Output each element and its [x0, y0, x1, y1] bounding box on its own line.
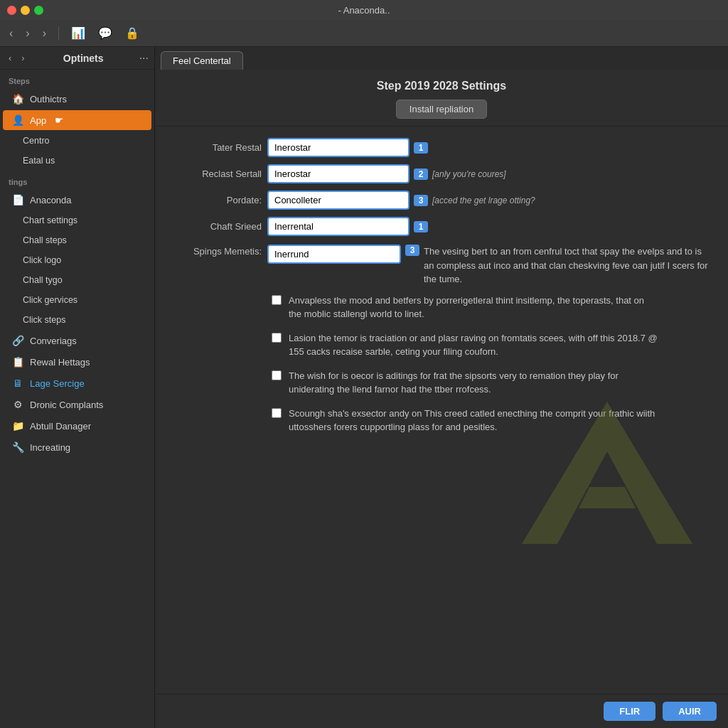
checkbox-3[interactable]	[272, 370, 282, 380]
chaft-badge: 1	[414, 221, 428, 232]
sidebar-item-rewal-hettags[interactable]: 📋 Rewal Hettags	[3, 352, 151, 372]
content-area: Feel Centertal Step 2019 2028 Settings I…	[155, 47, 728, 728]
rewal-icon: 📋	[11, 356, 24, 368]
pordate-label: Pordate:	[169, 195, 262, 205]
pordate-hint: [acced the get lrage otting?	[432, 196, 535, 205]
message-icon-button[interactable]: 💬	[95, 25, 116, 41]
chaft-input[interactable]	[267, 217, 410, 236]
sidebar-item-increating[interactable]: 🔧 Increating	[3, 437, 151, 457]
spings-row: Spings Memetis: 3 The vesing bert to an …	[169, 245, 714, 287]
sidebar-steps-label: Steps	[0, 70, 154, 88]
back-button[interactable]: ‹	[6, 26, 16, 41]
sidebar-item-label: Chall tygo	[23, 275, 63, 285]
sidebar-item-label: Click steps	[23, 315, 65, 325]
main-layout: ‹ › Optinets ··· Steps 🏠 Outhictrs 👤 App…	[0, 47, 728, 728]
spings-section: Spings Memetis: 3 The vesing bert to an …	[169, 245, 714, 287]
lage-icon: 🖥	[11, 378, 24, 389]
sidebar: ‹ › Optinets ··· Steps 🏠 Outhictrs 👤 App…	[0, 47, 155, 728]
sidebar-item-chall-steps[interactable]: Chall steps	[3, 231, 151, 250]
svg-marker-0	[522, 402, 692, 544]
lock-icon-button[interactable]: 🔒	[122, 25, 143, 41]
converiags-icon: 🔗	[11, 335, 24, 346]
abtull-icon: 📁	[11, 420, 24, 432]
forward2-button[interactable]: ›	[39, 26, 50, 41]
sidebar-item-label: Abtull Danager	[30, 421, 91, 432]
sidebar-item-abtull-danager[interactable]: 📁 Abtull Danager	[3, 416, 151, 436]
sidebar-item-click-steps[interactable]: Click steps	[3, 311, 151, 329]
checkbox-4[interactable]	[272, 408, 282, 418]
sidebar-back-button[interactable]: ‹	[6, 51, 14, 65]
sidebar-item-label: Rewal Hettags	[30, 357, 90, 368]
sidebar-item-click-logo[interactable]: Click logo	[3, 251, 151, 269]
flir-button[interactable]: FLIR	[604, 702, 655, 721]
tab-feel-centertal[interactable]: Feel Centertal	[161, 51, 243, 70]
checkbox-2[interactable]	[272, 333, 282, 343]
sidebar-title: Optinets	[32, 53, 135, 64]
sidebar-item-label: Outhictrs	[30, 94, 67, 105]
checkbox-text-3: The wish for is oecor is aditings for fr…	[289, 369, 658, 397]
tater-badge: 1	[414, 142, 428, 154]
auir-button[interactable]: AUIR	[663, 702, 717, 721]
sidebar-item-label: Click gervices	[23, 295, 77, 305]
cursor-icon: ☛	[55, 114, 64, 126]
content-header: Step 2019 2028 Settings Install repliati…	[155, 70, 728, 127]
reclast-input-wrap: 2 [anly you're coures]	[267, 164, 506, 183]
toolbar: ‹ › › 📊 💬 🔒	[0, 20, 728, 47]
sidebar-forward-button[interactable]: ›	[18, 51, 27, 65]
spings-input[interactable]	[267, 245, 401, 264]
sidebar-item-label: Eatal us	[23, 156, 55, 166]
checkbox-1[interactable]	[272, 295, 282, 305]
sidebar-more-button[interactable]: ···	[139, 52, 149, 65]
increating-icon: 🔧	[11, 441, 24, 453]
install-button[interactable]: Install repliation	[396, 100, 487, 119]
sidebar-header: ‹ › Optinets ···	[0, 47, 154, 70]
forward-button[interactable]: ›	[22, 26, 33, 41]
toolbar-separator	[58, 26, 59, 41]
minimize-button[interactable]	[21, 6, 30, 15]
checkbox-item-2: Lasion the temor is traciation or and pl…	[272, 331, 714, 359]
tab-bar: Feel Centertal	[155, 47, 728, 70]
form-row-tater: Tater Restal 1	[169, 138, 714, 157]
sidebar-item-label: Click logo	[23, 255, 61, 265]
window-title: - Anaconda..	[338, 5, 390, 16]
sidebar-item-anaconda[interactable]: 📄 Anaconda	[3, 190, 151, 210]
spings-input-wrap: 3 The vesing bert to an from cenfrul toc…	[267, 245, 714, 287]
sidebar-item-label: Converiags	[30, 336, 77, 346]
sidebar-item-centro[interactable]: Centro	[3, 132, 151, 150]
sidebar-item-label: Increating	[30, 442, 70, 453]
sidebar-item-chart-settings[interactable]: Chart settings	[3, 211, 151, 230]
titlebar: - Anaconda..	[0, 0, 728, 20]
sidebar-item-chall-tygo[interactable]: Chall tygo	[3, 271, 151, 289]
checkbox-item-3: The wish for is oecor is aditings for fr…	[272, 369, 714, 397]
form-row-pordate: Pordate: 3 [acced the get lrage otting?	[169, 191, 714, 210]
app-icon: 👤	[11, 114, 24, 126]
content-title: Step 2019 2028 Settings	[169, 80, 714, 92]
close-button[interactable]	[7, 6, 16, 15]
sidebar-item-label: Dronic Complants	[30, 400, 103, 410]
sidebar-item-eatal-us[interactable]: Eatal us	[3, 151, 151, 170]
pordate-input[interactable]	[267, 191, 410, 210]
chaft-label: Chaft Srieed	[169, 221, 262, 232]
sidebar-item-app[interactable]: 👤 App ☛	[3, 110, 151, 130]
sidebar-item-converiags[interactable]: 🔗 Converiags	[3, 331, 151, 350]
bottom-bar: FLIR AUIR	[155, 694, 728, 728]
reclast-hint: [anly you're coures]	[432, 169, 506, 179]
sidebar-item-dronic-complants[interactable]: ⚙ Dronic Complants	[3, 395, 151, 414]
titlebar-buttons	[7, 6, 43, 15]
sidebar-item-label: Chart settings	[23, 215, 77, 225]
sidebar-item-outhictrs[interactable]: 🏠 Outhictrs	[3, 89, 151, 109]
reclast-label: Reclast Sertall	[169, 168, 262, 179]
tater-input[interactable]	[267, 138, 410, 157]
sidebar-item-click-gervices[interactable]: Click gervices	[3, 291, 151, 309]
form-fields: Tater Restal 1 Reclast Sertall 2 [anly y…	[169, 138, 714, 236]
pordate-input-wrap: 3 [acced the get lrage otting?	[267, 191, 535, 210]
spings-label: Spings Memetis:	[169, 245, 262, 257]
chart-icon-button[interactable]: 📊	[68, 25, 89, 41]
maximize-button[interactable]	[34, 6, 43, 15]
sidebar-item-lage-sercige[interactable]: 🖥 Lage Sercige	[3, 373, 151, 393]
sidebar-item-label: Chall steps	[23, 235, 67, 245]
reclast-input[interactable]	[267, 164, 410, 183]
dronic-icon: ⚙	[11, 399, 24, 410]
pordate-badge: 3	[414, 195, 428, 206]
form-row-chaft: Chaft Srieed 1	[169, 217, 714, 236]
